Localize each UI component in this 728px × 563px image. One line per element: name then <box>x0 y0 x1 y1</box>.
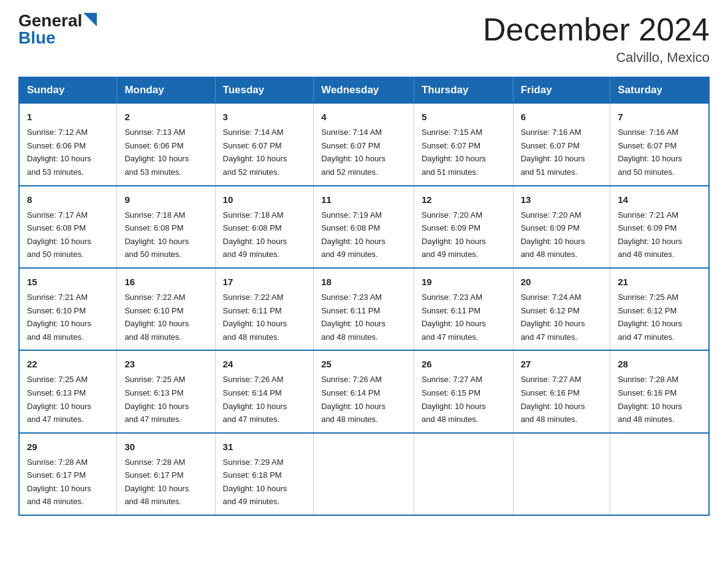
day-number: 17 <box>223 275 306 289</box>
calendar-day-cell: 19Sunrise: 7:23 AMSunset: 6:11 PMDayligh… <box>414 268 513 350</box>
day-info: Sunrise: 7:28 AMSunset: 6:17 PMDaylight:… <box>124 458 189 507</box>
calendar-day-cell: 17Sunrise: 7:22 AMSunset: 6:11 PMDayligh… <box>215 268 314 350</box>
calendar-empty-cell <box>414 433 513 515</box>
day-header-tuesday: Tuesday <box>215 77 314 103</box>
day-number: 14 <box>618 193 701 207</box>
day-info: Sunrise: 7:18 AMSunset: 6:08 PMDaylight:… <box>124 210 189 259</box>
day-header-thursday: Thursday <box>414 77 513 103</box>
calendar-table: SundayMondayTuesdayWednesdayThursdayFrid… <box>18 77 710 516</box>
calendar-day-cell: 31Sunrise: 7:29 AMSunset: 6:18 PMDayligh… <box>215 433 314 515</box>
calendar-day-cell: 3Sunrise: 7:14 AMSunset: 6:07 PMDaylight… <box>215 103 314 185</box>
calendar-empty-cell <box>314 433 414 515</box>
day-info: Sunrise: 7:18 AMSunset: 6:08 PMDaylight:… <box>223 210 287 259</box>
day-number: 23 <box>124 357 207 372</box>
calendar-day-cell: 1Sunrise: 7:12 AMSunset: 6:06 PMDaylight… <box>19 103 117 185</box>
calendar-day-cell: 25Sunrise: 7:26 AMSunset: 6:14 PMDayligh… <box>314 350 414 432</box>
day-number: 24 <box>223 357 306 372</box>
day-info: Sunrise: 7:21 AMSunset: 6:10 PMDaylight:… <box>27 293 91 342</box>
day-info: Sunrise: 7:16 AMSunset: 6:07 PMDaylight:… <box>618 128 682 177</box>
day-info: Sunrise: 7:17 AMSunset: 6:08 PMDaylight:… <box>27 210 91 259</box>
calendar-day-cell: 14Sunrise: 7:21 AMSunset: 6:09 PMDayligh… <box>610 186 709 268</box>
day-info: Sunrise: 7:26 AMSunset: 6:14 PMDaylight:… <box>223 375 287 424</box>
day-number: 18 <box>321 275 406 289</box>
day-info: Sunrise: 7:22 AMSunset: 6:10 PMDaylight:… <box>124 293 189 342</box>
day-number: 9 <box>124 193 207 207</box>
day-number: 3 <box>223 110 306 124</box>
day-number: 4 <box>321 110 406 124</box>
day-number: 7 <box>618 110 701 124</box>
day-info: Sunrise: 7:29 AMSunset: 6:18 PMDaylight:… <box>223 458 287 507</box>
calendar-day-cell: 5Sunrise: 7:15 AMSunset: 6:07 PMDaylight… <box>414 103 513 185</box>
day-number: 1 <box>27 110 109 124</box>
day-number: 10 <box>223 193 306 207</box>
calendar-week-row: 22Sunrise: 7:25 AMSunset: 6:13 PMDayligh… <box>19 350 709 432</box>
calendar-day-cell: 4Sunrise: 7:14 AMSunset: 6:07 PMDaylight… <box>314 103 414 185</box>
day-number: 5 <box>422 110 506 124</box>
calendar-day-cell: 26Sunrise: 7:27 AMSunset: 6:15 PMDayligh… <box>414 350 513 432</box>
calendar-day-cell: 12Sunrise: 7:20 AMSunset: 6:09 PMDayligh… <box>414 186 513 268</box>
calendar-empty-cell <box>610 433 709 515</box>
day-number: 6 <box>521 110 603 124</box>
day-info: Sunrise: 7:15 AMSunset: 6:07 PMDaylight:… <box>422 128 486 177</box>
day-info: Sunrise: 7:23 AMSunset: 6:11 PMDaylight:… <box>321 293 385 342</box>
calendar-day-cell: 23Sunrise: 7:25 AMSunset: 6:13 PMDayligh… <box>117 350 215 432</box>
calendar-day-cell: 9Sunrise: 7:18 AMSunset: 6:08 PMDaylight… <box>117 186 215 268</box>
day-number: 30 <box>124 440 207 454</box>
calendar-week-row: 8Sunrise: 7:17 AMSunset: 6:08 PMDaylight… <box>19 186 709 268</box>
page-header: General Blue December 2024 Calvillo, Mex… <box>18 12 710 66</box>
day-info: Sunrise: 7:24 AMSunset: 6:12 PMDaylight:… <box>521 293 585 342</box>
day-info: Sunrise: 7:25 AMSunset: 6:13 PMDaylight:… <box>27 375 91 424</box>
calendar-day-cell: 27Sunrise: 7:27 AMSunset: 6:16 PMDayligh… <box>513 350 610 432</box>
day-info: Sunrise: 7:12 AMSunset: 6:06 PMDaylight:… <box>27 128 91 177</box>
day-number: 19 <box>422 275 506 289</box>
calendar-day-cell: 21Sunrise: 7:25 AMSunset: 6:12 PMDayligh… <box>610 268 709 350</box>
calendar-day-cell: 30Sunrise: 7:28 AMSunset: 6:17 PMDayligh… <box>117 433 215 515</box>
calendar-day-cell: 6Sunrise: 7:16 AMSunset: 6:07 PMDaylight… <box>513 103 610 185</box>
day-number: 27 <box>521 357 603 372</box>
day-info: Sunrise: 7:28 AMSunset: 6:17 PMDaylight:… <box>27 458 91 507</box>
calendar-day-cell: 28Sunrise: 7:28 AMSunset: 6:16 PMDayligh… <box>610 350 709 432</box>
calendar-day-cell: 18Sunrise: 7:23 AMSunset: 6:11 PMDayligh… <box>314 268 414 350</box>
location-subtitle: Calvillo, Mexico <box>483 50 710 66</box>
calendar-day-cell: 8Sunrise: 7:17 AMSunset: 6:08 PMDaylight… <box>19 186 117 268</box>
calendar-day-cell: 2Sunrise: 7:13 AMSunset: 6:06 PMDaylight… <box>117 103 215 185</box>
day-number: 29 <box>27 440 109 454</box>
calendar-week-row: 1Sunrise: 7:12 AMSunset: 6:06 PMDaylight… <box>19 103 709 185</box>
day-header-saturday: Saturday <box>610 77 709 103</box>
day-info: Sunrise: 7:21 AMSunset: 6:09 PMDaylight:… <box>618 210 682 259</box>
calendar-week-row: 15Sunrise: 7:21 AMSunset: 6:10 PMDayligh… <box>19 268 709 350</box>
day-number: 31 <box>223 440 306 454</box>
day-number: 25 <box>321 357 406 372</box>
day-number: 8 <box>27 193 109 207</box>
calendar-week-row: 29Sunrise: 7:28 AMSunset: 6:17 PMDayligh… <box>19 433 709 515</box>
day-number: 11 <box>321 193 406 207</box>
day-info: Sunrise: 7:27 AMSunset: 6:16 PMDaylight:… <box>521 375 585 424</box>
calendar-empty-cell <box>513 433 610 515</box>
logo-triangle-icon <box>83 13 97 26</box>
day-number: 21 <box>618 275 701 289</box>
day-info: Sunrise: 7:13 AMSunset: 6:06 PMDaylight:… <box>124 128 189 177</box>
calendar-day-cell: 22Sunrise: 7:25 AMSunset: 6:13 PMDayligh… <box>19 350 117 432</box>
day-number: 28 <box>618 357 701 372</box>
day-number: 15 <box>27 275 109 289</box>
day-info: Sunrise: 7:14 AMSunset: 6:07 PMDaylight:… <box>321 128 385 177</box>
day-info: Sunrise: 7:23 AMSunset: 6:11 PMDaylight:… <box>422 293 486 342</box>
logo-general-text: General <box>18 12 82 29</box>
month-title: December 2024 <box>483 12 710 47</box>
logo-blue-text: Blue <box>18 29 56 47</box>
day-info: Sunrise: 7:19 AMSunset: 6:08 PMDaylight:… <box>321 210 385 259</box>
day-header-wednesday: Wednesday <box>314 77 414 103</box>
day-info: Sunrise: 7:20 AMSunset: 6:09 PMDaylight:… <box>521 210 585 259</box>
day-number: 2 <box>124 110 207 124</box>
calendar-day-cell: 13Sunrise: 7:20 AMSunset: 6:09 PMDayligh… <box>513 186 610 268</box>
calendar-day-cell: 11Sunrise: 7:19 AMSunset: 6:08 PMDayligh… <box>314 186 414 268</box>
day-info: Sunrise: 7:20 AMSunset: 6:09 PMDaylight:… <box>422 210 486 259</box>
day-info: Sunrise: 7:27 AMSunset: 6:15 PMDaylight:… <box>422 375 486 424</box>
calendar-day-cell: 16Sunrise: 7:22 AMSunset: 6:10 PMDayligh… <box>117 268 215 350</box>
day-number: 13 <box>521 193 603 207</box>
day-header-friday: Friday <box>513 77 610 103</box>
day-number: 26 <box>422 357 506 372</box>
day-number: 16 <box>124 275 207 289</box>
day-header-monday: Monday <box>117 77 215 103</box>
day-info: Sunrise: 7:22 AMSunset: 6:11 PMDaylight:… <box>223 293 287 342</box>
